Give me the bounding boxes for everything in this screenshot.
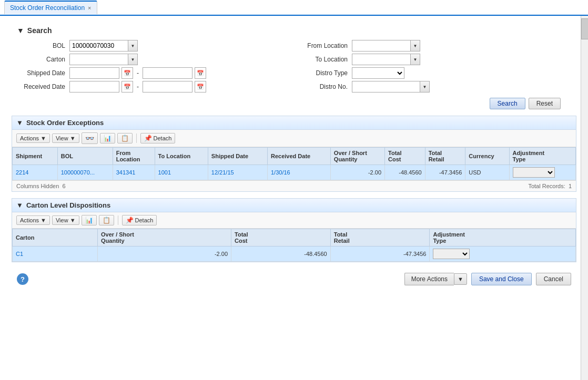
cld-actions-arrow-icon: ▼ bbox=[40, 217, 46, 223]
soe-table-header-row: Shipment BOL FromLocation To Location Sh… bbox=[13, 148, 576, 165]
soe-row-bol[interactable]: 100000070... bbox=[57, 165, 113, 180]
soe-view-btn[interactable]: View ▼ bbox=[52, 133, 79, 143]
soe-total-records: Total Records: 1 bbox=[528, 183, 572, 189]
bol-control: ▼ bbox=[69, 40, 138, 52]
cld-view-label: View bbox=[56, 217, 68, 223]
cld-collapse-icon[interactable]: ▼ bbox=[16, 201, 23, 209]
bol-input[interactable] bbox=[69, 40, 128, 52]
search-collapse-icon[interactable]: ▼ bbox=[17, 26, 24, 35]
received-date-row: Received Date 📅 - 📅 bbox=[17, 81, 289, 93]
cld-toolbar: Actions ▼ View ▼ 📊 📋 📌 Detach bbox=[12, 212, 576, 229]
received-date-to-input[interactable] bbox=[143, 81, 192, 93]
soe-export-btn[interactable]: 📊 bbox=[100, 133, 115, 143]
search-left-col: BOL ▼ Carton ▼ bbox=[17, 40, 289, 95]
distro-no-input[interactable] bbox=[352, 81, 420, 93]
cld-actions-btn[interactable]: Actions ▼ bbox=[16, 215, 50, 225]
shipped-date-from-input[interactable] bbox=[69, 67, 119, 79]
to-location-input-wrapper: ▼ bbox=[352, 54, 420, 65]
cld-row-over-short-qty: -2.00 bbox=[98, 247, 231, 262]
cld-detach-btn[interactable]: 📌 Detach bbox=[122, 215, 157, 225]
search-title: ▼ Search bbox=[17, 26, 571, 35]
soe-print-btn[interactable]: 📋 bbox=[117, 133, 133, 143]
carton-row: Carton ▼ bbox=[17, 54, 289, 65]
to-location-row: To Location ▼ bbox=[299, 54, 571, 65]
more-actions-button[interactable]: More Actions bbox=[404, 273, 454, 285]
search-form-grid: BOL ▼ Carton ▼ bbox=[17, 40, 571, 95]
soe-glasses-icon: 👓 bbox=[85, 134, 94, 142]
soe-row-received-date: 1/30/16 bbox=[267, 165, 330, 180]
soe-col-bol: BOL bbox=[57, 148, 113, 165]
cld-col-carton: Carton bbox=[13, 229, 98, 247]
received-date-label: Received Date bbox=[17, 83, 69, 90]
stock-order-exceptions-collapse-icon[interactable]: ▼ bbox=[16, 119, 23, 127]
received-date-to-calendar-icon[interactable]: 📅 bbox=[195, 81, 206, 93]
carton-input-wrapper: ▼ bbox=[69, 54, 138, 65]
from-location-input[interactable] bbox=[352, 40, 411, 52]
cld-detach-icon: 📌 bbox=[126, 217, 134, 224]
shipped-date-label: Shipped Date bbox=[17, 69, 69, 77]
soe-detach-btn[interactable]: 📌 Detach bbox=[140, 133, 176, 143]
more-actions-dropdown-btn[interactable]: ▼ bbox=[454, 273, 467, 285]
soe-row-to-location[interactable]: 1001 bbox=[155, 165, 208, 180]
soe-actions-btn[interactable]: Actions ▼ bbox=[16, 133, 50, 143]
shipped-date-from-calendar-icon[interactable]: 📅 bbox=[121, 67, 133, 79]
shipped-date-to-calendar-icon[interactable]: 📅 bbox=[195, 67, 206, 79]
soe-row-adjustment-type[interactable] bbox=[509, 165, 575, 180]
distro-type-select[interactable] bbox=[352, 67, 404, 79]
tab-stock-order-reconciliation[interactable]: Stock Order Reconciliation × bbox=[4, 1, 97, 14]
cancel-button[interactable]: Cancel bbox=[536, 273, 571, 285]
bol-dropdown-btn[interactable]: ▼ bbox=[128, 40, 138, 52]
soe-view-arrow-icon: ▼ bbox=[70, 135, 76, 141]
shipped-date-control: 📅 - 📅 bbox=[69, 67, 206, 79]
stock-order-exceptions-toolbar: Actions ▼ View ▼ 👓 📊 📋 📌 Detach bbox=[12, 130, 576, 147]
to-location-input[interactable] bbox=[352, 54, 411, 65]
stock-order-exceptions-title: Stock Order Exceptions bbox=[26, 119, 104, 127]
scrollbar[interactable] bbox=[581, 16, 588, 380]
cld-toolbar-sep bbox=[118, 215, 118, 225]
cld-print-btn[interactable]: 📋 bbox=[99, 215, 114, 225]
from-location-input-wrapper: ▼ bbox=[352, 40, 420, 52]
distro-no-row: Distro No. ▼ bbox=[299, 81, 571, 93]
cld-detach-label: Detach bbox=[135, 217, 154, 223]
tab-close-icon[interactable]: × bbox=[88, 5, 91, 11]
to-location-dropdown-btn[interactable]: ▼ bbox=[411, 54, 420, 65]
soe-view-label: View bbox=[56, 135, 68, 141]
cld-row-adjustment-type[interactable] bbox=[430, 247, 576, 262]
soe-row-over-short-qty: -2.00 bbox=[330, 165, 384, 180]
carton-input[interactable] bbox=[69, 54, 128, 65]
carton-level-dispositions-header: ▼ Carton Level Dispositions bbox=[12, 199, 576, 212]
distro-no-dropdown-btn[interactable]: ▼ bbox=[420, 81, 430, 93]
tab-label: Stock Order Reconciliation bbox=[10, 4, 85, 12]
cld-row-carton[interactable]: C1 bbox=[13, 247, 98, 262]
cld-col-over-short-qty: Over / ShortQuantity bbox=[98, 229, 231, 247]
soe-row-shipment[interactable]: 2214 bbox=[13, 165, 58, 180]
save-and-close-button[interactable]: Save and Close bbox=[471, 273, 532, 285]
help-icon[interactable]: ? bbox=[17, 273, 28, 285]
received-date-from-input[interactable] bbox=[69, 81, 119, 93]
carton-dropdown-btn[interactable]: ▼ bbox=[128, 54, 138, 65]
carton-level-dispositions-table: Carton Over / ShortQuantity TotalCost To… bbox=[12, 229, 576, 262]
to-location-label: To Location bbox=[299, 56, 352, 63]
reset-button[interactable]: Reset bbox=[529, 98, 561, 109]
from-location-label: From Location bbox=[299, 42, 352, 49]
soe-glasses-btn[interactable]: 👓 bbox=[82, 132, 98, 144]
carton-level-dispositions-section: ▼ Carton Level Dispositions Actions ▼ Vi… bbox=[12, 198, 576, 262]
carton-control: ▼ bbox=[69, 54, 138, 65]
scrollbar-thumb[interactable] bbox=[581, 18, 588, 39]
cld-table-header-row: Carton Over / ShortQuantity TotalCost To… bbox=[13, 229, 576, 247]
bol-input-wrapper: ▼ bbox=[69, 40, 138, 52]
search-button[interactable]: Search bbox=[490, 98, 525, 109]
cld-export-btn[interactable]: 📊 bbox=[82, 215, 97, 225]
search-actions: Search Reset bbox=[17, 95, 571, 111]
from-location-dropdown-btn[interactable]: ▼ bbox=[411, 40, 420, 52]
cld-view-btn[interactable]: View ▼ bbox=[52, 215, 79, 225]
from-location-control: ▼ bbox=[352, 40, 420, 52]
shipped-date-to-input[interactable] bbox=[143, 67, 192, 79]
soe-col-adjustment-type: AdjustmentType bbox=[509, 148, 575, 165]
soe-adjustment-type-select[interactable] bbox=[513, 167, 555, 178]
received-date-from-calendar-icon[interactable]: 📅 bbox=[121, 81, 133, 93]
soe-row-from-location[interactable]: 341341 bbox=[113, 165, 155, 180]
main-content: ▼ Search BOL ▼ Carton bbox=[0, 16, 588, 380]
cld-adjustment-type-select[interactable] bbox=[433, 249, 470, 259]
shipped-date-row: Shipped Date 📅 - 📅 bbox=[17, 67, 289, 79]
